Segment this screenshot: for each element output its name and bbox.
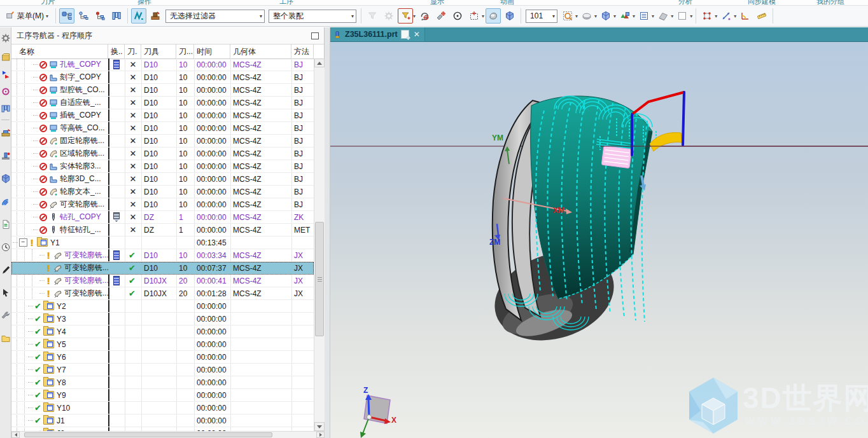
paint-machine-icon[interactable] <box>1 128 11 138</box>
chevron-down-icon[interactable]: ▾ <box>575 13 578 19</box>
ribbon-group-2[interactable]: 操作 <box>137 0 151 5</box>
window-blank-icon[interactable] <box>675 8 690 24</box>
table-row[interactable]: 固定轮廓铣...✕D101000:00:00MCS-4ZBJ <box>11 135 314 147</box>
table-row[interactable]: ✔Y500:00:00 <box>11 338 314 351</box>
level-combo[interactable]: 101▾ <box>526 10 557 23</box>
table-row[interactable]: 特征钻孔_...✕DZ100:00:00MCS-4ZMET <box>11 224 314 236</box>
folder-icon[interactable] <box>1 333 11 343</box>
navigator-flags-icon[interactable] <box>1 69 11 79</box>
column-header-3[interactable]: 刀. <box>125 44 141 58</box>
table-row[interactable]: ✔Y900:00:00 <box>11 389 314 402</box>
zoom-region-icon[interactable] <box>560 8 575 24</box>
view-cube-icon[interactable] <box>598 8 613 24</box>
chevron-down-icon[interactable]: ▾ <box>671 13 673 19</box>
circle-center-icon[interactable] <box>450 8 465 24</box>
orient-view-icon[interactable] <box>417 8 432 24</box>
column-header-4[interactable]: 刀具 <box>141 44 176 58</box>
solid-cube-icon[interactable] <box>502 8 517 24</box>
chevron-down-icon[interactable]: ▾ <box>594 13 597 19</box>
table-row[interactable]: 实体轮廓3...✕D101000:00:00MCS-4ZBJ <box>11 160 314 173</box>
panel-splitter[interactable] <box>325 27 330 438</box>
chevron-down-icon[interactable]: ▾ <box>413 13 416 19</box>
table-row[interactable]: !可变轮廓铣...✔D101000:03:34MCS-4ZJX <box>11 249 314 262</box>
columns-icon[interactable] <box>1 104 11 114</box>
ribbon-group-8[interactable]: 我的分组 <box>816 0 844 5</box>
ribbon-group-6[interactable]: 分析 <box>678 0 692 5</box>
layer-cards-icon[interactable] <box>636 8 652 24</box>
ribbon-group-5[interactable]: 动画 <box>500 0 514 5</box>
chevron-down-icon[interactable]: ▾ <box>715 13 717 19</box>
table-row[interactable]: −!Y100:13:45 <box>11 236 314 249</box>
scroll-left-button[interactable] <box>11 432 20 438</box>
gear-disabled-icon[interactable] <box>381 8 396 24</box>
document-icon[interactable] <box>1 219 11 229</box>
table-row[interactable]: ✔Y600:00:00 <box>11 351 314 364</box>
chevron-down-icon[interactable]: ▾ <box>482 13 484 19</box>
table-row[interactable]: ✔Y800:00:00 <box>11 376 314 389</box>
machine-tool-icon[interactable] <box>1 151 11 161</box>
ribbon-group-1[interactable]: 刀片 <box>41 0 55 5</box>
table-row[interactable]: ✔Y200:00:00 <box>11 300 314 313</box>
chevron-down-icon[interactable]: ▾ <box>690 13 692 19</box>
menu-button[interactable]: 菜单(M)▾ <box>2 10 53 23</box>
scope-combo[interactable]: 整个装配▾ <box>269 10 356 23</box>
column-header-6[interactable]: 时间 <box>194 44 230 58</box>
table-row[interactable]: 等高铣_CO...✕D101000:00:00MCS-4ZBJ <box>11 122 314 135</box>
column-header-8[interactable]: 方法 <box>291 44 314 58</box>
column-header-7[interactable]: 几何体 <box>230 44 291 58</box>
vertical-scrollbar-thumb[interactable] <box>315 222 324 336</box>
part-tab[interactable]: Z35L36111.prt ✕ <box>330 27 425 41</box>
filter-disabled-icon[interactable] <box>365 8 380 24</box>
scroll-up-button[interactable] <box>314 58 325 67</box>
table-row[interactable]: 自适应铣_...✕D101000:00:00MCS-4ZBJ <box>11 97 314 109</box>
chevron-down-icon[interactable]: ▾ <box>734 13 736 19</box>
pen-icon[interactable] <box>1 265 11 275</box>
blocks-icon[interactable] <box>1 174 11 184</box>
filter-combo[interactable]: 无选择过滤器▾ <box>165 10 265 23</box>
viewport-3d[interactable]: YM XM ZM Z X 3D世界网 WWW.3DSJW.COM <box>330 42 868 438</box>
cursor-icon[interactable] <box>1 288 11 298</box>
machine-view-icon[interactable] <box>148 8 163 24</box>
table-row[interactable]: 孔铣_COPY✕D101000:00:00MCS-4ZBJ <box>11 58 314 71</box>
table-row[interactable]: ✔J100:00:00 <box>11 414 314 427</box>
measure-angle-icon[interactable] <box>738 8 753 24</box>
render-style-icon[interactable] <box>579 8 594 24</box>
tree-columns-icon[interactable] <box>109 8 124 24</box>
constraint-points-icon[interactable] <box>699 8 715 24</box>
horizontal-scrollbar[interactable] <box>11 431 325 438</box>
table-row[interactable]: 钻孔_COPY✕DZ100:00:00MCS-4ZZK <box>11 211 314 224</box>
signal-icon[interactable] <box>1 196 11 207</box>
close-tab-icon[interactable]: ✕ <box>414 30 420 39</box>
chevron-down-icon[interactable]: ▾ <box>613 13 616 19</box>
measure-distance-icon[interactable] <box>718 8 734 24</box>
toolpath-view-icon[interactable] <box>131 8 146 24</box>
wrench-icon[interactable] <box>1 311 11 321</box>
table-row[interactable]: ✔Y300:00:00 <box>11 313 314 325</box>
table-row[interactable]: 轮廓3D_C...✕D101000:00:00MCS-4ZBJ <box>11 173 314 186</box>
horizontal-scrollbar-thumb[interactable] <box>24 432 272 437</box>
float-window-icon[interactable] <box>311 32 319 39</box>
tree-links-icon[interactable] <box>76 8 91 24</box>
table-row[interactable]: 型腔铣_CO...✕D101000:00:00MCS-4ZBJ <box>11 84 314 97</box>
ribbon-group-3[interactable]: 工序 <box>279 0 293 5</box>
measure-ruler-icon[interactable] <box>754 8 769 24</box>
table-row[interactable]: 区域轮廓铣...✕D101000:00:00MCS-4ZBJ <box>11 147 314 160</box>
parts-box-icon[interactable] <box>1 52 11 62</box>
snap-point-icon[interactable] <box>433 8 449 24</box>
table-row[interactable]: 插铣_COPY✕D101000:00:00MCS-4ZBJ <box>11 109 314 122</box>
table-row[interactable]: !可变轮廓铣...✔D101000:07:37MCS-4ZJX <box>11 262 314 275</box>
tree-expander-icon[interactable]: − <box>19 238 27 247</box>
chevron-down-icon[interactable]: ▾ <box>652 13 654 19</box>
color-role-icon[interactable] <box>617 8 633 24</box>
point-filter-icon[interactable] <box>398 8 413 24</box>
table-row[interactable]: 刻字_COPY✕D101000:00:00MCS-4ZBJ <box>11 71 314 84</box>
ribbon-group-7[interactable]: 同步建模 <box>748 0 776 5</box>
chevron-down-icon[interactable]: ▾ <box>633 13 635 19</box>
scroll-down-button[interactable] <box>314 422 325 431</box>
vertical-scrollbar[interactable] <box>314 58 325 431</box>
table-row[interactable]: ✔Y700:00:00 <box>11 364 314 376</box>
shaded-view-icon[interactable] <box>486 8 501 24</box>
table-row[interactable]: ✔Y400:00:00 <box>11 325 314 338</box>
ring-icon[interactable] <box>1 86 11 97</box>
scroll-right-button[interactable] <box>316 432 325 438</box>
